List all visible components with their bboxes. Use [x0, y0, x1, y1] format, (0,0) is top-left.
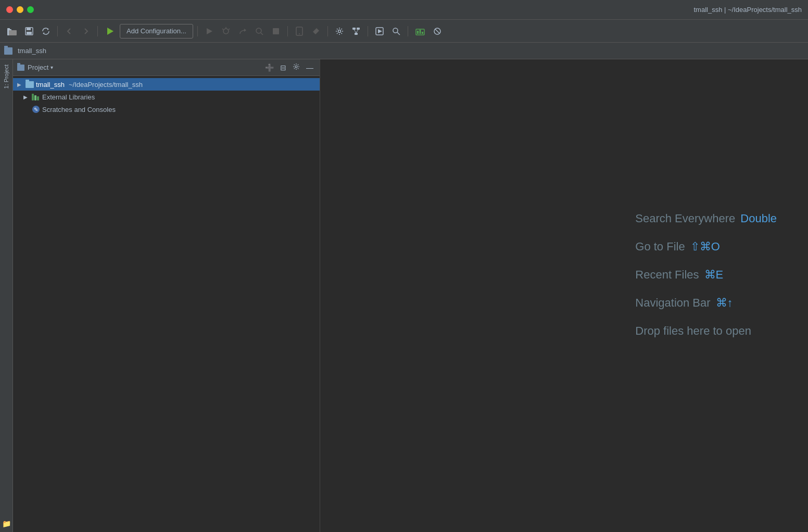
- tree-path-root: ~/IdeaProjects/tmall_ssh: [69, 81, 143, 88]
- separator-7: [408, 26, 408, 36]
- svg-point-34: [295, 66, 297, 68]
- svg-line-27: [397, 32, 400, 35]
- svg-marker-12: [244, 29, 246, 32]
- ext-lib-icon: [32, 94, 40, 100]
- panel-close-button[interactable]: —: [304, 62, 315, 73]
- svg-rect-19: [352, 28, 356, 30]
- svg-rect-21: [355, 33, 358, 35]
- tree-item-ext-libs[interactable]: ▶ External Libraries: [13, 91, 320, 103]
- panel-settings-button[interactable]: [291, 62, 302, 73]
- coverage-report-button[interactable]: [412, 24, 428, 39]
- open-folder-button[interactable]: [4, 24, 20, 39]
- panel-header: Project ▾ ➕ ⊟ —: [13, 59, 320, 76]
- minimize-button[interactable]: [17, 6, 23, 13]
- svg-point-18: [338, 30, 340, 32]
- run-button[interactable]: [202, 24, 217, 39]
- add-configuration-button[interactable]: Add Configuration...: [120, 24, 193, 39]
- hint-row-search: Search Everywhere Double: [635, 212, 777, 225]
- hint-label-search: Search Everywhere: [635, 212, 735, 225]
- sync-button[interactable]: [39, 24, 53, 39]
- search-everywhere-button[interactable]: [389, 24, 403, 39]
- tree-arrow-root: ▶: [17, 82, 23, 87]
- hint-shortcut-goto: ⇧⌘O: [690, 240, 720, 254]
- title-bar: tmall_ssh | ~/IdeaProjects/tmall_ssh: [0, 0, 808, 20]
- forward-button[interactable]: [79, 24, 93, 39]
- tree-item-root[interactable]: ▶ tmall_ssh ~/IdeaProjects/tmall_ssh: [13, 78, 320, 91]
- svg-rect-2: [9, 30, 17, 35]
- svg-point-13: [256, 28, 261, 33]
- svg-point-17: [299, 33, 300, 34]
- panel-add-button[interactable]: ➕: [263, 62, 276, 73]
- panel-title: Project ▾: [28, 64, 53, 71]
- tree-label-scratches: Scratches and Consoles: [42, 106, 116, 113]
- coverage-button[interactable]: [252, 24, 267, 39]
- svg-line-23: [356, 30, 358, 33]
- tree-label-root: tmall_ssh: [36, 81, 65, 88]
- hint-label-recent: Recent Files: [635, 268, 699, 282]
- svg-rect-4: [27, 28, 31, 30]
- side-tab-folder-icon[interactable]: 📁: [2, 520, 11, 532]
- editor-area: Search Everywhere Double Go to File ⇧⌘O …: [320, 59, 808, 532]
- hint-row-drop: Drop files here to open: [635, 324, 751, 338]
- save-button[interactable]: [22, 24, 36, 39]
- panel-title-dropdown-icon[interactable]: ▾: [51, 65, 53, 70]
- svg-line-10: [229, 29, 230, 30]
- project-tab-label[interactable]: 1: Project: [1, 59, 11, 94]
- svg-line-11: [222, 29, 223, 30]
- hint-label-drop: Drop files here to open: [635, 324, 751, 338]
- hint-row-recent: Recent Files ⌘E: [635, 268, 723, 282]
- hint-shortcut-search: Double: [740, 212, 777, 225]
- no-button[interactable]: [430, 24, 445, 39]
- project-structure-button[interactable]: [349, 24, 363, 39]
- separator-2: [97, 26, 98, 36]
- svg-rect-30: [419, 30, 421, 34]
- panel-title-folder-icon: [17, 65, 24, 71]
- settings-button[interactable]: [332, 24, 347, 39]
- svg-rect-29: [417, 31, 419, 34]
- panel-title-text: Project: [28, 64, 48, 71]
- svg-marker-6: [107, 28, 113, 35]
- run-tool-button[interactable]: [372, 24, 387, 39]
- svg-marker-25: [378, 29, 382, 33]
- side-tab: 1: Project 📁: [0, 59, 13, 532]
- svg-rect-31: [422, 32, 423, 34]
- hint-row-navbar: Navigation Bar ⌘↑: [635, 296, 733, 310]
- hint-shortcut-navbars: ⌘↑: [716, 296, 733, 310]
- separator-1: [57, 26, 58, 36]
- build-button[interactable]: [309, 24, 323, 39]
- window-title: tmall_ssh | ~/IdeaProjects/tmall_ssh: [694, 6, 802, 14]
- stop-button[interactable]: [269, 24, 283, 39]
- maximize-button[interactable]: [27, 6, 34, 13]
- svg-point-26: [393, 28, 398, 33]
- debug-button[interactable]: [219, 24, 233, 39]
- panel-actions: ➕ ⊟ —: [263, 62, 315, 73]
- nav-project-name: tmall_ssh: [18, 47, 46, 55]
- hint-label-navbars: Navigation Bar: [635, 296, 710, 310]
- svg-point-8: [223, 29, 229, 34]
- run-indicator-button[interactable]: [102, 24, 118, 39]
- separator-3: [197, 26, 198, 36]
- scratches-icon: ✎: [32, 105, 40, 113]
- svg-line-14: [261, 33, 263, 35]
- close-button[interactable]: [6, 6, 13, 13]
- nav-folder-icon: [4, 47, 12, 55]
- step-over-button[interactable]: [235, 24, 250, 39]
- svg-rect-5: [27, 32, 32, 34]
- hint-row-goto: Go to File ⇧⌘O: [635, 240, 720, 254]
- separator-6: [368, 26, 368, 36]
- panel-collapse-button[interactable]: ⊟: [278, 62, 288, 73]
- hint-shortcut-recent: ⌘E: [704, 268, 724, 282]
- tree-folder-icon-root: [26, 81, 34, 88]
- device-button[interactable]: [292, 24, 307, 39]
- tree-label-ext-libs: External Libraries: [42, 93, 95, 101]
- back-button[interactable]: [62, 24, 77, 39]
- toolbar: Add Configuration...: [0, 20, 808, 43]
- svg-rect-1: [7, 28, 10, 30]
- navigation-bar: tmall_ssh: [0, 43, 808, 59]
- tree-item-scratches[interactable]: ▶ ✎ Scratches and Consoles: [13, 103, 320, 116]
- traffic-lights: [6, 6, 34, 13]
- tree-arrow-ext-libs: ▶: [23, 94, 30, 100]
- svg-marker-7: [207, 28, 212, 34]
- main-content: 1: Project 📁 Project ▾ ➕ ⊟ —: [0, 59, 808, 532]
- svg-text:✎: ✎: [34, 107, 38, 112]
